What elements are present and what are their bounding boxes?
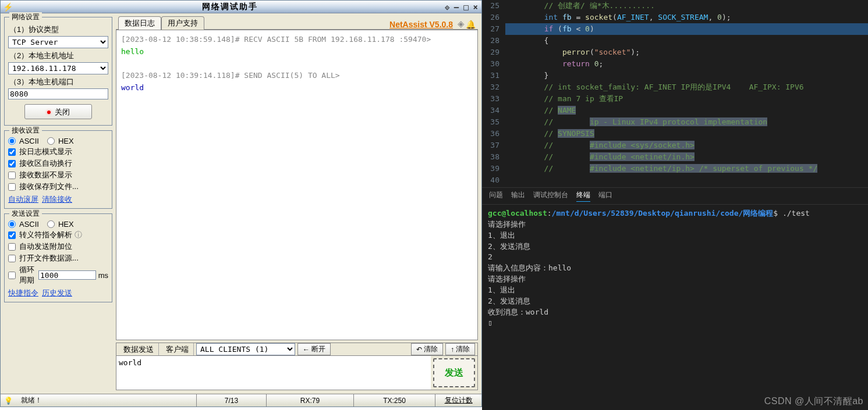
log-tabs: 数据日志 用户支持 NetAssist V5.0.8 ◈ 🔔 [116, 17, 478, 30]
protocol-select[interactable]: TCP Server [8, 36, 108, 48]
bell-icon[interactable]: 🔔 [466, 20, 476, 29]
plug-icon: ⚡ [3, 2, 13, 12]
diamond-icon[interactable]: ◈ [458, 19, 465, 29]
close-server-button[interactable]: 关闭 [24, 104, 92, 119]
send-button[interactable]: 发送 [433, 358, 475, 387]
period-label: 循环周期 [19, 265, 36, 286]
auto-scroll-link[interactable]: 自动滚屏 [8, 194, 38, 205]
log-mode-check[interactable] [8, 148, 16, 156]
port-label: （3）本地主机端口 [9, 77, 108, 87]
brand-link[interactable]: NetAssist V5.0.8 [389, 20, 453, 29]
port-input[interactable] [8, 88, 108, 99]
network-settings-group: 网络设置 （1）协议类型 TCP Server （2）本地主机地址 192.16… [4, 17, 112, 126]
send-tab-label: 数据发送 [119, 343, 159, 355]
record-dot-icon [47, 108, 55, 116]
window-title: 网络调试助手 [15, 2, 445, 12]
host-label: （2）本地主机地址 [9, 51, 108, 61]
title-bar: ⚡ 网络调试助手 ⟐ — □ × [1, 1, 481, 13]
escape-check[interactable] [8, 231, 16, 239]
send-textarea[interactable]: world [116, 356, 431, 390]
recv-group-title: 接收设置 [9, 126, 42, 136]
netassist-window: ⚡ 网络调试助手 ⟐ — □ × 网络设置 （1）协议类型 TCP Server… [0, 0, 482, 407]
quick-cmd-link[interactable]: 快捷指令 [8, 288, 38, 298]
up-arrow-icon: ↑ [451, 345, 454, 354]
minimize-button[interactable]: — [454, 2, 459, 12]
close-window-button[interactable]: × [473, 2, 478, 12]
arrow-left-icon: ← [303, 345, 310, 354]
disconnect-button[interactable]: ←断开 [297, 343, 331, 355]
send-group-title: 发送设置 [9, 209, 42, 219]
protocol-label: （1）协议类型 [9, 24, 108, 35]
pin-icon[interactable]: ⟐ [445, 2, 449, 12]
send-hex-radio[interactable] [47, 220, 55, 228]
log-area[interactable]: [2023-08-12 10:38:59.148]# RECV ASCII 5B… [116, 30, 478, 340]
network-group-title: 网络设置 [9, 12, 42, 22]
recv-hex-label: HEX [58, 137, 74, 145]
period-unit: ms [98, 271, 108, 280]
code-editor[interactable]: 25 // 创建者/ 编*木..........26 int fb = sock… [482, 0, 868, 187]
host-select[interactable]: 192.168.11.178 [8, 62, 108, 74]
undo-icon: ↶ [416, 345, 422, 354]
clear-log-button[interactable]: ↑清除 [445, 343, 475, 355]
log-mode-label: 按日志模式显示 [19, 147, 72, 157]
tab-data-log[interactable]: 数据日志 [118, 16, 161, 30]
open-file-label: 打开文件数据源... [19, 253, 79, 263]
clear-recv-link[interactable]: 清除接收 [42, 194, 72, 205]
status-ready: 就绪！ [16, 394, 196, 407]
watermark: CSDN @人间不清醒ab [764, 395, 863, 408]
client-label: 客户端 [161, 343, 194, 355]
save-file-label: 接收保存到文件... [19, 181, 79, 192]
tab-terminal[interactable]: 终端 [576, 190, 590, 202]
auto-wrap-check[interactable] [8, 160, 16, 167]
open-file-check[interactable] [8, 255, 16, 262]
history-link[interactable]: 历史发送 [42, 288, 72, 298]
maximize-button[interactable]: □ [463, 2, 468, 12]
tab-output[interactable]: 输出 [511, 190, 525, 202]
tab-debug-console[interactable]: 调试控制台 [533, 190, 568, 202]
send-settings-group: 发送设置 ASCII HEX 转义符指令解析ⓘ 自动发送附加位 打开文件数据源.… [4, 213, 112, 302]
vscode-panel: 25 // 创建者/ 编*木..........26 int fb = sock… [482, 0, 868, 410]
status-rx: RX:79 [266, 394, 353, 407]
recv-hex-radio[interactable] [47, 137, 55, 145]
auto-add-label: 自动发送附加位 [19, 241, 72, 252]
auto-wrap-label: 接收区自动换行 [19, 158, 72, 169]
client-select[interactable]: ALL CLIENTS (1) [196, 343, 295, 355]
hide-recv-label: 接收数据不显示 [19, 170, 72, 180]
recv-settings-group: 接收设置 ASCII HEX 按日志模式显示 接收区自动换行 接收数据不显示 接… [4, 130, 112, 209]
tab-ports[interactable]: 端口 [598, 190, 612, 202]
hand-icon: 💡 [1, 394, 16, 407]
window-controls: ⟐ — □ × [445, 2, 481, 12]
recv-ascii-label: ASCII [19, 137, 39, 145]
terminal[interactable]: gcc@localhost:/mnt/d/Users/52839/Desktop… [482, 205, 868, 410]
period-input[interactable] [38, 270, 96, 280]
period-check[interactable] [8, 272, 16, 279]
hide-recv-check[interactable] [8, 172, 16, 179]
panel-tabs: 问题 输出 调试控制台 终端 端口 [482, 187, 868, 205]
send-hex-label: HEX [58, 220, 74, 229]
status-counts: 7/13 [196, 394, 266, 407]
escape-label: 转义符指令解析 [19, 230, 72, 240]
save-file-check[interactable] [8, 183, 16, 191]
tab-problems[interactable]: 问题 [489, 190, 503, 202]
recv-ascii-radio[interactable] [8, 137, 16, 145]
tab-user-support[interactable]: 用户支持 [161, 16, 204, 30]
send-ascii-label: ASCII [19, 220, 39, 229]
send-ascii-radio[interactable] [8, 220, 16, 228]
info-icon: ⓘ [75, 230, 82, 240]
clear-input-button[interactable]: ↶清除 [411, 343, 443, 355]
status-bar: 💡 就绪！ 7/13 RX:79 TX:250 复位计数 [1, 394, 481, 407]
auto-add-check[interactable] [8, 243, 16, 251]
reset-count-button[interactable]: 复位计数 [435, 394, 481, 407]
status-tx: TX:250 [353, 394, 435, 407]
send-panel: 数据发送 客户端 ALL CLIENTS (1) ←断开 ↶清除 ↑清除 wor… [116, 343, 478, 390]
